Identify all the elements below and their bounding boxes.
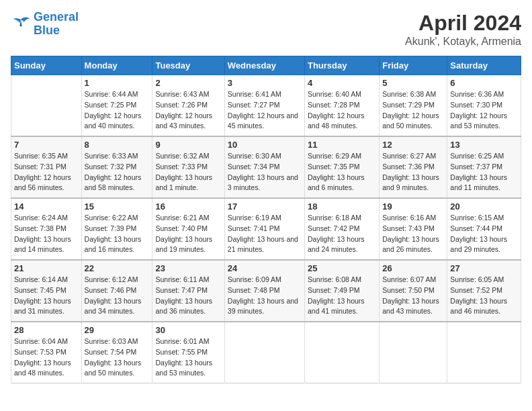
day-header-friday: Friday — [380, 56, 447, 75]
day-header-sunday: Sunday — [11, 56, 82, 75]
day-number: 20 — [450, 201, 518, 212]
calendar-cell: 2 Sunrise: 6:43 AM Sunset: 7:26 PM Dayli… — [152, 75, 224, 137]
calendar-cell: 27 Sunrise: 6:05 AM Sunset: 7:52 PM Dayl… — [447, 260, 521, 322]
calendar-cell — [380, 322, 447, 383]
sunset-text: Sunset: 7:27 PM — [228, 101, 280, 109]
calendar-cell — [447, 322, 521, 383]
daylight-text: Daylight: 13 hours and 21 minutes. — [228, 235, 298, 254]
daylight-text: Daylight: 12 hours and 45 minutes. — [228, 111, 298, 130]
sunrise-text: Sunrise: 6:04 AM — [14, 337, 68, 345]
sunrise-text: Sunrise: 6:38 AM — [382, 90, 436, 98]
daylight-text: Daylight: 13 hours and 41 minutes. — [308, 297, 365, 316]
daylight-text: Daylight: 12 hours and 53 minutes. — [450, 111, 507, 130]
day-number: 16 — [155, 201, 221, 212]
day-info: Sunrise: 6:44 AM Sunset: 7:25 PM Dayligh… — [85, 89, 150, 132]
daylight-text: Daylight: 13 hours and 50 minutes. — [85, 359, 142, 377]
daylight-text: Daylight: 13 hours and 39 minutes. — [228, 297, 298, 316]
day-info: Sunrise: 6:01 AM Sunset: 7:55 PM Dayligh… — [155, 336, 221, 379]
sunrise-text: Sunrise: 6:15 AM — [450, 214, 504, 222]
calendar-cell: 12 Sunrise: 6:27 AM Sunset: 7:36 PM Dayl… — [380, 136, 447, 198]
calendar-cell — [224, 322, 304, 383]
sunset-text: Sunset: 7:50 PM — [382, 286, 435, 294]
daylight-text: Daylight: 13 hours and 3 minutes. — [228, 173, 298, 192]
logo: General Blue — [11, 11, 79, 38]
day-number: 28 — [14, 325, 79, 335]
calendar-cell: 16 Sunrise: 6:21 AM Sunset: 7:40 PM Dayl… — [152, 198, 224, 260]
sunrise-text: Sunrise: 6:16 AM — [382, 214, 436, 222]
calendar-cell: 26 Sunrise: 6:07 AM Sunset: 7:50 PM Dayl… — [380, 260, 447, 322]
day-info: Sunrise: 6:15 AM Sunset: 7:44 PM Dayligh… — [450, 213, 518, 255]
calendar-week-row: 21 Sunrise: 6:14 AM Sunset: 7:45 PM Dayl… — [11, 260, 521, 322]
sunset-text: Sunset: 7:41 PM — [228, 224, 280, 232]
day-header-tuesday: Tuesday — [152, 56, 224, 75]
sunrise-text: Sunrise: 6:09 AM — [228, 275, 281, 283]
sunset-text: Sunset: 7:32 PM — [85, 163, 137, 171]
sunset-text: Sunset: 7:46 PM — [85, 286, 137, 294]
sunrise-text: Sunrise: 6:22 AM — [85, 214, 138, 222]
calendar-cell: 9 Sunrise: 6:32 AM Sunset: 7:33 PM Dayli… — [152, 136, 224, 198]
day-info: Sunrise: 6:14 AM Sunset: 7:45 PM Dayligh… — [14, 275, 79, 317]
calendar-cell: 30 Sunrise: 6:01 AM Sunset: 7:55 PM Dayl… — [152, 322, 224, 383]
daylight-text: Daylight: 13 hours and 53 minutes. — [155, 359, 212, 377]
day-number: 7 — [14, 140, 79, 150]
day-info: Sunrise: 6:32 AM Sunset: 7:33 PM Dayligh… — [155, 151, 221, 193]
day-header-monday: Monday — [81, 56, 152, 75]
day-info: Sunrise: 6:30 AM Sunset: 7:34 PM Dayligh… — [228, 151, 302, 193]
sunrise-text: Sunrise: 6:25 AM — [450, 152, 504, 160]
day-info: Sunrise: 6:18 AM Sunset: 7:42 PM Dayligh… — [308, 213, 376, 255]
calendar-cell: 28 Sunrise: 6:04 AM Sunset: 7:53 PM Dayl… — [11, 322, 82, 383]
daylight-text: Daylight: 12 hours and 43 minutes. — [155, 111, 212, 130]
logo-blue: Blue — [34, 24, 60, 37]
sunrise-text: Sunrise: 6:18 AM — [308, 214, 361, 222]
daylight-text: Daylight: 13 hours and 36 minutes. — [155, 297, 212, 316]
day-number: 5 — [382, 78, 444, 88]
calendar-cell: 6 Sunrise: 6:36 AM Sunset: 7:30 PM Dayli… — [447, 75, 521, 137]
sunset-text: Sunset: 7:39 PM — [85, 224, 137, 232]
day-info: Sunrise: 6:25 AM Sunset: 7:37 PM Dayligh… — [450, 151, 518, 193]
sunrise-text: Sunrise: 6:24 AM — [14, 214, 68, 222]
daylight-text: Daylight: 13 hours and 11 minutes. — [450, 173, 507, 192]
day-number: 22 — [85, 263, 150, 273]
day-info: Sunrise: 6:35 AM Sunset: 7:31 PM Dayligh… — [14, 151, 79, 193]
calendar-cell — [304, 322, 379, 383]
day-info: Sunrise: 6:22 AM Sunset: 7:39 PM Dayligh… — [85, 213, 150, 255]
sunset-text: Sunset: 7:55 PM — [155, 348, 208, 356]
daylight-text: Daylight: 13 hours and 34 minutes. — [85, 297, 142, 316]
sunset-text: Sunset: 7:34 PM — [228, 163, 280, 171]
calendar-cell: 14 Sunrise: 6:24 AM Sunset: 7:38 PM Dayl… — [11, 198, 82, 260]
sunset-text: Sunset: 7:30 PM — [450, 101, 502, 109]
daylight-text: Daylight: 13 hours and 31 minutes. — [14, 297, 71, 316]
day-info: Sunrise: 6:19 AM Sunset: 7:41 PM Dayligh… — [228, 213, 302, 255]
daylight-text: Daylight: 13 hours and 24 minutes. — [308, 235, 365, 254]
calendar-cell: 22 Sunrise: 6:12 AM Sunset: 7:46 PM Dayl… — [81, 260, 152, 322]
sunset-text: Sunset: 7:44 PM — [450, 224, 502, 232]
day-info: Sunrise: 6:38 AM Sunset: 7:29 PM Dayligh… — [382, 89, 444, 132]
day-number: 11 — [308, 140, 376, 150]
sunset-text: Sunset: 7:54 PM — [85, 348, 137, 356]
calendar-cell: 19 Sunrise: 6:16 AM Sunset: 7:43 PM Dayl… — [380, 198, 447, 260]
daylight-text: Daylight: 12 hours and 40 minutes. — [85, 111, 142, 130]
calendar-cell: 7 Sunrise: 6:35 AM Sunset: 7:31 PM Dayli… — [11, 136, 82, 198]
day-number: 6 — [450, 78, 518, 88]
title-block: April 2024 Akunk', Kotayk, Armenia — [405, 11, 521, 48]
day-info: Sunrise: 6:03 AM Sunset: 7:54 PM Dayligh… — [85, 336, 150, 379]
day-info: Sunrise: 6:05 AM Sunset: 7:52 PM Dayligh… — [450, 275, 518, 317]
calendar-cell: 5 Sunrise: 6:38 AM Sunset: 7:29 PM Dayli… — [380, 75, 447, 137]
sunrise-text: Sunrise: 6:03 AM — [85, 337, 138, 345]
calendar-cell: 20 Sunrise: 6:15 AM Sunset: 7:44 PM Dayl… — [447, 198, 521, 260]
daylight-text: Daylight: 12 hours and 56 minutes. — [14, 173, 71, 192]
sunset-text: Sunset: 7:36 PM — [382, 163, 435, 171]
day-number: 24 — [228, 263, 302, 273]
daylight-text: Daylight: 13 hours and 14 minutes. — [14, 235, 71, 254]
sunrise-text: Sunrise: 6:43 AM — [155, 90, 209, 98]
sunset-text: Sunset: 7:28 PM — [308, 101, 360, 109]
day-number: 1 — [85, 78, 150, 88]
day-number: 19 — [382, 201, 444, 212]
daylight-text: Daylight: 13 hours and 6 minutes. — [308, 173, 365, 192]
daylight-text: Daylight: 12 hours and 48 minutes. — [308, 111, 365, 130]
logo-text: General Blue — [34, 11, 79, 38]
sunrise-text: Sunrise: 6:21 AM — [155, 214, 209, 222]
sunrise-text: Sunrise: 6:11 AM — [155, 275, 209, 283]
day-number: 3 — [228, 78, 302, 88]
sunset-text: Sunset: 7:45 PM — [14, 286, 66, 294]
